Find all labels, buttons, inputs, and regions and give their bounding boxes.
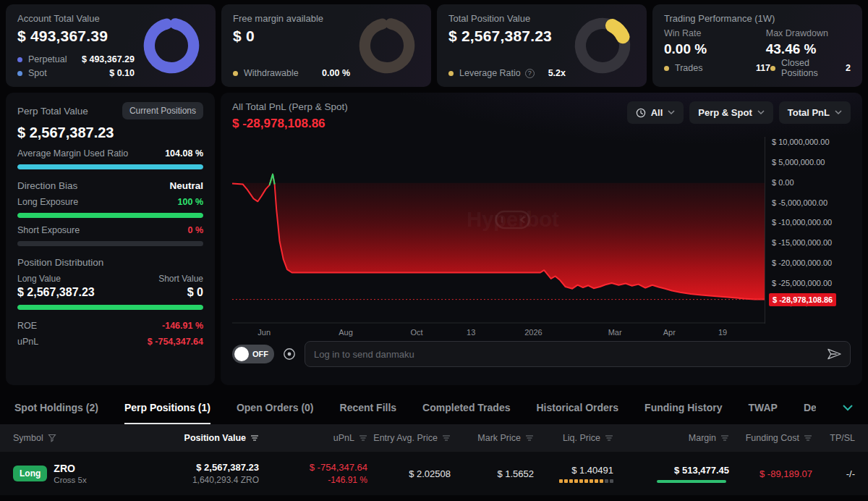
send-icon[interactable] [827, 347, 842, 361]
summary-cards: Account Total Value $ 493,367.39 Perpetu… [6, 4, 862, 87]
short-exposure-value: 0 % [187, 225, 203, 235]
tab-deposits-withdrawals[interactable]: Deposits & Withdrawals [804, 392, 816, 424]
x-axis-label: 13 [467, 328, 475, 337]
y-axis-label: $ 0.00 [772, 178, 794, 187]
funding-cost-cell: $ -89,189.07 [729, 468, 812, 479]
leverage-donut-chart-icon [570, 13, 635, 78]
chevron-down-icon [757, 110, 765, 115]
column-symbol[interactable]: Symbol [13, 433, 122, 443]
danmaku-toggle[interactable]: OFF [232, 345, 274, 363]
column-funding-cost[interactable]: Funding Cost [729, 433, 812, 443]
help-icon[interactable]: ? [525, 69, 535, 78]
sort-icon [605, 434, 613, 442]
position-distribution-title: Position Distribution [17, 257, 203, 268]
column-margin[interactable]: Margin [613, 433, 729, 443]
account-total-value-card: Account Total Value $ 493,367.39 Perpetu… [6, 4, 216, 87]
long-exposure-value: 100 % [178, 197, 203, 207]
short-value: $ 0 [187, 286, 203, 299]
y-axis-label: $ -25,000,000.00 [772, 279, 832, 287]
pnl-chart-svg [232, 137, 765, 324]
total-position-value: $ 2,567,387.23 [448, 28, 566, 45]
tab-spot-holdings[interactable]: Spot Holdings (2) [14, 392, 98, 424]
long-exposure-label: Long Exposure [17, 197, 78, 207]
y-axis-label: $ -10,000,000.00 [772, 218, 832, 227]
legend-withdrawable: Withdrawable 0.00 % [233, 68, 350, 78]
margin-ratio-value: 104.08 % [165, 148, 203, 159]
pnl-x-axis: JunAugOct132026MarApr19 [232, 324, 765, 340]
spot-dot-icon [17, 71, 22, 76]
long-side-badge: Long [13, 466, 47, 481]
column-upnl[interactable]: uPnL [259, 433, 367, 443]
leverage-dot-icon [448, 71, 454, 76]
margin-mode-leverage: Cross 5x [54, 476, 86, 484]
pnl-y-axis: $ -28,978,108.86 $ 10,000,000.00$ 5,000,… [765, 137, 851, 324]
toggle-knob [234, 347, 249, 361]
tpsl-cell[interactable]: -/- [812, 468, 855, 479]
short-value-label: Short Value [158, 274, 203, 284]
chart-title: All Total PnL (Perp & Spot) [232, 101, 348, 112]
card-title: Trading Performance (1W) [664, 13, 851, 24]
pnl-area-chart: Hyperbot [232, 137, 765, 324]
trades-dot-icon [664, 66, 669, 71]
tab-recent-fills[interactable]: Recent Fills [340, 392, 397, 424]
trading-performance-card: Trading Performance (1W) Win Rate 0.00 %… [652, 4, 862, 87]
closed-positions-dot-icon [770, 66, 775, 71]
mark-price-cell: $ 1.5652 [451, 468, 534, 479]
direction-bias-value: Neutral [169, 180, 203, 191]
y-axis-label: $ 10,000,000.00 [772, 138, 830, 146]
column-position-value[interactable]: Position Value [122, 433, 259, 443]
liq-price-meter [534, 479, 613, 483]
x-axis-label: Mar [608, 328, 622, 337]
perp-total-value-panel: Perp Total Value Current Positions $ 2,5… [6, 93, 215, 385]
tab-twap[interactable]: TWAP [748, 392, 777, 424]
perp-total-value: $ 2,567,387.23 [17, 125, 203, 141]
tab-funding-history[interactable]: Funding History [644, 392, 722, 424]
position-value-cell: $ 2,567,387.23 1,640,293.4 ZRO [122, 462, 259, 485]
danmaku-bar: OFF [232, 341, 851, 367]
sort-icon [250, 434, 259, 442]
symbol-name: ZRO [54, 463, 86, 474]
tab-historical-orders[interactable]: Historical Orders [536, 392, 618, 424]
free-margin-card: Free margin available $ 0 Withdrawable 0… [221, 4, 431, 87]
column-mark-price[interactable]: Mark Price [451, 433, 534, 443]
account-total-value: $ 493,367.39 [17, 28, 135, 45]
trading-dashboard: Account Total Value $ 493,367.39 Perpetu… [0, 0, 868, 501]
position-row-zro: Long ZRO Cross 5x $ 2,567,387.23 1,640,2… [0, 452, 868, 495]
column-liq-price[interactable]: Liq. Price [534, 433, 613, 443]
max-drawdown-stat: Max Drawdown 43.46 % [766, 28, 851, 57]
current-positions-button[interactable]: Current Positions [122, 102, 203, 119]
x-axis-label: Jun [258, 328, 271, 337]
tab-perp-positions[interactable]: Perp Positions (1) [124, 392, 210, 424]
short-exposure-bar [17, 241, 203, 246]
upnl-percent: -146.91 % [259, 475, 367, 485]
legend-closed-positions: Closed Positions 2 [770, 58, 851, 78]
y-axis-label: $ -15,000,000.00 [772, 238, 832, 247]
tabs-expand-chevron-icon[interactable] [842, 404, 854, 412]
total-position-value-card: Total Position Value $ 2,567,387.23 Leve… [437, 4, 647, 87]
danmaku-input[interactable] [305, 341, 851, 367]
x-axis-label: Aug [339, 328, 353, 337]
x-axis-label: 2026 [524, 328, 542, 337]
win-rate-stat: Win Rate 0.00 % [664, 28, 766, 57]
tab-open-orders[interactable]: Open Orders (0) [237, 392, 314, 424]
danmaku-settings-icon[interactable] [282, 347, 297, 361]
sort-icon [525, 434, 534, 442]
margin-health-bar [657, 480, 726, 483]
sort-icon [442, 434, 451, 442]
positions-table-header: Symbol Position Value uPnL Entry Avg. Pr… [0, 424, 868, 452]
column-entry-price[interactable]: Entry Avg. Price [367, 433, 451, 443]
margin-ratio-label: Average Margin Used Ratio [17, 148, 128, 159]
card-title: Free margin available [233, 13, 350, 24]
y-axis-label: $ 5,000,000.00 [772, 158, 825, 167]
long-value-label: Long Value [17, 274, 61, 284]
legend-trades: Trades 117 [664, 63, 770, 73]
sort-icon [720, 434, 729, 442]
panel-title: Perp Total Value [17, 106, 88, 117]
time-range-dropdown[interactable]: All [627, 101, 684, 124]
upnl-cell: $ -754,347.64 -146.91 % [259, 462, 367, 485]
metric-dropdown[interactable]: Total PnL [779, 101, 851, 124]
chevron-down-icon [835, 110, 842, 115]
market-dropdown[interactable]: Perp & Spot [689, 101, 773, 124]
tab-completed-trades[interactable]: Completed Trades [422, 392, 510, 424]
chart-total-pnl-value: $ -28,978,108.86 [232, 117, 348, 131]
